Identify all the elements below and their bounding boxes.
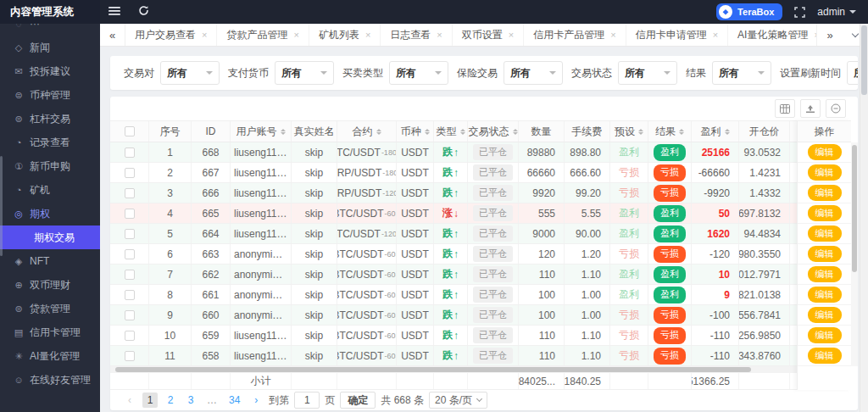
tabs-scroll-left-button[interactable]: «: [100, 24, 125, 46]
row-checkbox[interactable]: [125, 351, 135, 361]
sort-icon[interactable]: [679, 126, 684, 137]
sidebar-item-options[interactable]: ◎期权: [0, 202, 100, 225]
print-button[interactable]: [826, 99, 846, 118]
header-cell-open_price: 开仓价: [739, 121, 790, 142]
tab-close-icon[interactable]: ×: [610, 30, 615, 40]
filter-select[interactable]: 所有: [618, 61, 677, 85]
sidebar-item-online-friend-manage[interactable]: ☺在线好友管理: [0, 368, 100, 392]
sidebar-item-ai-quant-manage[interactable]: ✳AI量化管理: [0, 344, 100, 368]
tab-close-icon[interactable]: ×: [509, 30, 514, 40]
sort-icon[interactable]: [281, 126, 286, 137]
vertical-scrollbar-thumb[interactable]: [852, 145, 857, 272]
refresh-button[interactable]: [129, 0, 158, 24]
filter-select[interactable]: 所有: [504, 61, 563, 85]
sidebar-item-partial-top[interactable]: ◌···: [0, 24, 100, 36]
tab-close-icon[interactable]: ×: [202, 30, 207, 40]
page-scrollbar-thumb[interactable]: [861, 25, 867, 95]
sidebar-item-dual-coin-finance[interactable]: ⊕双币理财: [0, 273, 100, 297]
cell-preset: 亏损: [610, 183, 648, 203]
row-checkbox[interactable]: [125, 290, 135, 300]
goto-page-input[interactable]: [294, 392, 320, 409]
edit-button[interactable]: 编辑: [808, 327, 842, 343]
row-checkbox[interactable]: [125, 229, 135, 239]
filter-select[interactable]: 所有: [275, 61, 334, 85]
sidebar-item-loan-manage[interactable]: ⊜贷款管理: [0, 297, 100, 320]
cell-account: liuseng1123@...: [231, 224, 292, 243]
row-checkbox[interactable]: [125, 249, 135, 259]
page-button[interactable]: 34: [225, 393, 243, 408]
filter-select[interactable]: 所有: [389, 61, 448, 85]
tab-close-icon[interactable]: ×: [713, 30, 718, 40]
sort-icon[interactable]: [460, 126, 465, 137]
tab-close-icon[interactable]: ×: [293, 30, 298, 40]
tab-close-icon[interactable]: ×: [365, 30, 370, 40]
sort-icon[interactable]: [425, 126, 430, 137]
sidebar-item-news[interactable]: ◇新闻: [0, 36, 100, 59]
filter-select[interactable]: 所有: [712, 61, 771, 85]
tab[interactable]: 矿机列表×: [309, 24, 381, 46]
sidebar-collapse-button[interactable]: [100, 0, 129, 24]
terabox-button[interactable]: TeraBox: [716, 3, 782, 20]
sidebar-scrollbar[interactable]: [0, 156, 3, 256]
sort-icon[interactable]: [376, 126, 381, 137]
sidebar-item-record-view[interactable]: ◔记录查看: [0, 131, 100, 154]
edit-button[interactable]: 编辑: [808, 144, 842, 160]
tab[interactable]: 用户交易查看×: [125, 24, 217, 46]
columns-filter-button[interactable]: [775, 99, 795, 118]
sort-icon[interactable]: [725, 126, 730, 137]
cell-text: USDT: [401, 248, 429, 260]
sidebar-item-leverage-trade[interactable]: ⊜杠杆交易: [0, 107, 100, 131]
sidebar-item-credit-card-manage[interactable]: ▤信用卡管理: [0, 320, 100, 344]
cell-profit: 50: [692, 203, 739, 223]
next-page-button[interactable]: ›: [248, 393, 264, 408]
column-label: 交易状态: [469, 125, 509, 139]
tab[interactable]: 日志查看×: [381, 24, 452, 46]
cell-extra: [790, 305, 797, 325]
row-checkbox[interactable]: [125, 270, 135, 280]
edit-button[interactable]: 编辑: [808, 164, 842, 181]
page-button[interactable]: 2: [163, 393, 178, 408]
filter-select[interactable]: 所有: [160, 61, 220, 85]
sidebar-item-feedback[interactable]: ✉投拆建议: [0, 59, 100, 83]
sidebar-item-nft[interactable]: ◈NFT: [0, 249, 100, 273]
user-menu[interactable]: admin: [817, 6, 856, 18]
edit-button[interactable]: 编辑: [808, 287, 842, 303]
tab[interactable]: 信用卡申请管理×: [626, 24, 728, 46]
sort-icon[interactable]: [513, 126, 518, 137]
sidebar-item-coin-manage[interactable]: ⊜币种管理: [0, 83, 100, 107]
row-checkbox[interactable]: [125, 148, 135, 158]
tab[interactable]: AI量化策略管理×: [728, 24, 816, 46]
horizontal-scrollbar-thumb[interactable]: [115, 367, 751, 372]
sidebar-item-label: 投拆建议: [30, 64, 70, 79]
confirm-button[interactable]: 确定: [340, 392, 376, 409]
row-checkbox[interactable]: [125, 331, 135, 341]
tabs-scroll-right-button[interactable]: »: [817, 24, 843, 46]
filter-select[interactable]: 所有: [847, 61, 858, 85]
tab[interactable]: 双币设置×: [453, 24, 524, 46]
per-page-select[interactable]: 20 条/页: [429, 392, 487, 409]
select-all-checkbox[interactable]: [125, 126, 135, 136]
page-button[interactable]: 3: [183, 393, 198, 408]
sort-icon[interactable]: [638, 126, 643, 137]
edit-button[interactable]: 编辑: [808, 348, 842, 364]
edit-button[interactable]: 编辑: [808, 307, 842, 323]
sidebar-item-miner[interactable]: ◔矿机: [0, 178, 100, 202]
row-checkbox[interactable]: [125, 168, 135, 178]
sidebar-item-new-coin-subscribe[interactable]: ①新币申购: [0, 154, 100, 178]
export-button[interactable]: [800, 99, 821, 118]
tab-close-icon[interactable]: ×: [437, 30, 442, 40]
row-checkbox[interactable]: [125, 310, 135, 320]
edit-button[interactable]: 编辑: [808, 185, 842, 201]
fullscreen-button[interactable]: [794, 7, 805, 18]
row-checkbox[interactable]: [125, 209, 135, 219]
row-checkbox[interactable]: [125, 188, 135, 198]
edit-button[interactable]: 编辑: [808, 246, 842, 262]
edit-button[interactable]: 编辑: [808, 266, 842, 282]
tab[interactable]: 贷款产品管理×: [217, 24, 309, 46]
prev-page-button[interactable]: ‹: [122, 393, 137, 408]
tab[interactable]: 信用卡产品管理×: [524, 24, 626, 46]
page-button-current[interactable]: 1: [142, 393, 158, 408]
sidebar-item-options-trade[interactable]: 期权交易: [0, 225, 100, 249]
edit-button[interactable]: 编辑: [808, 225, 842, 242]
edit-button[interactable]: 编辑: [808, 205, 842, 221]
